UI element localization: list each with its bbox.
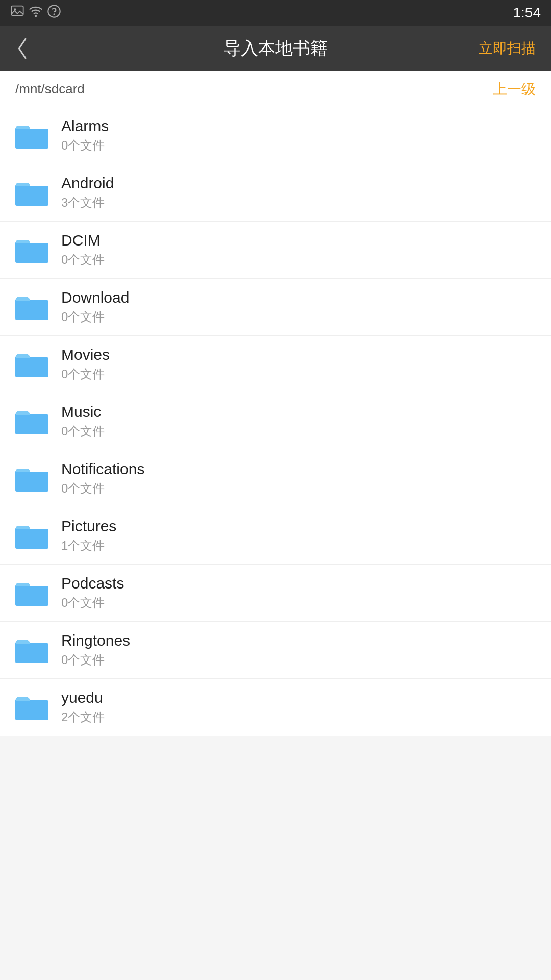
- folder-icon: [15, 293, 48, 321]
- folder-name: Music: [61, 403, 105, 421]
- folder-info: Movies 0个文件: [61, 346, 110, 382]
- status-icons: [10, 4, 61, 21]
- folder-name: Ringtones: [61, 632, 130, 649]
- path-bar: /mnt/sdcard 上一级: [0, 71, 551, 107]
- scan-button[interactable]: 立即扫描: [479, 39, 536, 58]
- folder-icon: [15, 464, 48, 493]
- folder-item[interactable]: Alarms 0个文件: [0, 107, 551, 164]
- folder-count: 1个文件: [61, 537, 116, 554]
- folder-icon: [15, 179, 48, 207]
- wifi-icon: [29, 4, 43, 21]
- folder-item[interactable]: Pictures 1个文件: [0, 507, 551, 565]
- folder-icon: [15, 579, 48, 607]
- folder-info: Music 0个文件: [61, 403, 105, 439]
- folder-count: 0个文件: [61, 423, 105, 439]
- folder-count: 0个文件: [61, 137, 109, 154]
- folder-info: Pictures 1个文件: [61, 518, 116, 554]
- folder-info: DCIM 0个文件: [61, 232, 105, 268]
- folder-item[interactable]: Podcasts 0个文件: [0, 565, 551, 622]
- current-path: /mnt/sdcard: [15, 81, 85, 97]
- folder-info: Ringtones 0个文件: [61, 632, 130, 668]
- folder-count: 0个文件: [61, 252, 105, 268]
- folder-name: Movies: [61, 346, 110, 363]
- folder-info: Alarms 0个文件: [61, 117, 109, 154]
- folder-info: Android 3个文件: [61, 175, 114, 211]
- status-bar: 1:54: [0, 0, 551, 26]
- folder-count: 0个文件: [61, 595, 124, 611]
- page-title: 导入本地书籍: [223, 37, 328, 60]
- folder-info: Download 0个文件: [61, 289, 129, 325]
- question-icon: [47, 4, 61, 21]
- svg-point-4: [54, 14, 54, 14]
- folder-name: Download: [61, 289, 129, 306]
- svg-point-2: [35, 15, 36, 16]
- folder-item[interactable]: Android 3个文件: [0, 164, 551, 222]
- folder-name: Pictures: [61, 518, 116, 535]
- folder-name: yuedu: [61, 689, 105, 706]
- back-button[interactable]: [15, 36, 41, 61]
- folder-icon: [15, 236, 48, 264]
- folder-icon: [15, 407, 48, 435]
- folder-name: Android: [61, 175, 114, 192]
- folder-icon: [15, 121, 48, 150]
- folder-item[interactable]: DCIM 0个文件: [0, 222, 551, 279]
- folder-name: Notifications: [61, 460, 144, 478]
- folder-count: 2个文件: [61, 709, 105, 725]
- status-time: 1:54: [513, 5, 541, 21]
- folder-name: DCIM: [61, 232, 105, 249]
- folder-count: 0个文件: [61, 480, 144, 497]
- folder-icon: [15, 522, 48, 550]
- folder-item[interactable]: Ringtones 0个文件: [0, 622, 551, 679]
- folder-count: 0个文件: [61, 366, 110, 382]
- folder-info: Podcasts 0个文件: [61, 575, 124, 611]
- folder-list: Alarms 0个文件 Android 3个文件 DCIM 0个文件: [0, 107, 551, 736]
- up-level-button[interactable]: 上一级: [493, 80, 536, 99]
- folder-count: 3个文件: [61, 194, 114, 211]
- folder-name: Alarms: [61, 117, 109, 135]
- folder-info: yuedu 2个文件: [61, 689, 105, 725]
- folder-icon: [15, 693, 48, 721]
- folder-item[interactable]: yuedu 2个文件: [0, 679, 551, 736]
- title-bar: 导入本地书籍 立即扫描: [0, 26, 551, 71]
- folder-info: Notifications 0个文件: [61, 460, 144, 497]
- folder-count: 0个文件: [61, 309, 129, 325]
- folder-item[interactable]: Download 0个文件: [0, 279, 551, 336]
- folder-icon: [15, 636, 48, 664]
- folder-name: Podcasts: [61, 575, 124, 592]
- folder-icon: [15, 350, 48, 378]
- folder-item[interactable]: Movies 0个文件: [0, 336, 551, 393]
- image-icon: [10, 4, 24, 21]
- folder-count: 0个文件: [61, 652, 130, 668]
- folder-item[interactable]: Notifications 0个文件: [0, 450, 551, 507]
- svg-point-3: [48, 5, 60, 17]
- folder-item[interactable]: Music 0个文件: [0, 393, 551, 450]
